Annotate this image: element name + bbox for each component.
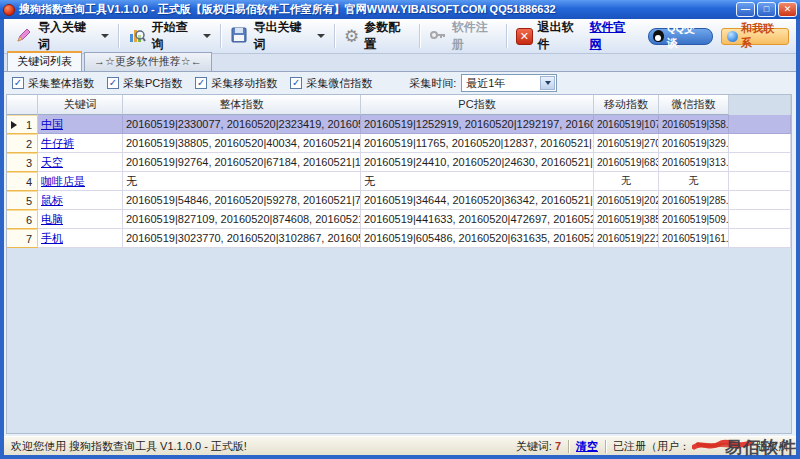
watermark-text: 易佰软件	[725, 436, 797, 459]
exit-software-button[interactable]: ✕ 退出软件	[510, 17, 589, 55]
tab-more-software[interactable]: →☆更多软件推荐☆←	[84, 52, 212, 71]
import-keywords-button[interactable]: 导入关键词	[9, 17, 115, 55]
keyword-count: 关键词: 7	[516, 439, 561, 454]
contact-me-button[interactable]: 和我联系	[721, 28, 789, 45]
column-header-filler	[729, 95, 791, 115]
cell-wechat-index[interactable]: 20160519|161...	[659, 229, 729, 248]
cell-keyword[interactable]: 中国	[38, 115, 123, 134]
table-row[interactable]: 5 鼠标 20160519|54846, 20160520|59278, 201…	[7, 191, 791, 210]
keyword-table: 关键词 整体指数 PC指数 移动指数 微信指数 1 中国 20160519|23…	[6, 94, 792, 434]
clear-keywords-link[interactable]: 清空	[576, 439, 598, 454]
qq-chat-button[interactable]: QQ交谈	[648, 28, 713, 45]
toolbar-separator	[419, 24, 420, 48]
cell-overall-index[interactable]: 20160519|827109, 20160520|874608, 201605…	[123, 210, 361, 229]
checkbox-checked-icon: ✓	[107, 77, 119, 89]
cell-keyword[interactable]: 鼠标	[38, 191, 123, 210]
table-row[interactable]: 2 牛仔裤 20160519|38805, 20160520|40034, 20…	[7, 134, 791, 153]
cell-wechat-index[interactable]: 无	[659, 172, 729, 191]
cell-filler	[729, 115, 791, 134]
cell-mobile-index[interactable]: 20160519|202...	[594, 191, 659, 210]
toolbar: 导入关键词 开始查询 导出关键词 ⚙ 参数配置	[4, 19, 796, 54]
row-select-arrow-icon	[11, 121, 17, 129]
checkbox-mobile-index[interactable]: ✓ 采集移动指数	[195, 76, 277, 91]
minimize-button[interactable]: —	[736, 2, 755, 17]
checkbox-overall-index[interactable]: ✓ 采集整体指数	[12, 76, 94, 91]
table-row[interactable]: 7 手机 20160519|3023770, 20160520|3102867,…	[7, 229, 791, 248]
cell-wechat-index[interactable]: 20160519|509...	[659, 210, 729, 229]
cell-keyword[interactable]: 手机	[38, 229, 123, 248]
chart-magnifier-icon	[128, 26, 146, 47]
cell-overall-index[interactable]: 20160519|92764, 20160520|67184, 20160521…	[123, 153, 361, 172]
cell-pc-index[interactable]: 无	[361, 172, 594, 191]
cell-wechat-index[interactable]: 20160519|285...	[659, 191, 729, 210]
cell-pc-index[interactable]: 20160519|24410, 20160520|24630, 20160521…	[361, 153, 594, 172]
status-bar: 欢迎您使用 搜狗指数查询工具 V1.1.0.0 - 正式版! 关键词: 7 清空…	[4, 436, 796, 455]
table-row[interactable]: 1 中国 20160519|2330077, 20160520|2323419,…	[7, 115, 791, 134]
start-query-button[interactable]: 开始查询	[122, 17, 217, 55]
column-header-pc[interactable]: PC指数	[361, 95, 594, 115]
cell-wechat-index[interactable]: 20160519|358...	[659, 115, 729, 134]
row-selector-header[interactable]	[7, 95, 38, 115]
cell-overall-index[interactable]: 20160519|54846, 20160520|59278, 20160521…	[123, 191, 361, 210]
cell-pc-index[interactable]: 20160519|1252919, 20160520|1292197, 2016…	[361, 115, 594, 134]
cell-wechat-index[interactable]: 20160519|329...	[659, 134, 729, 153]
cell-pc-index[interactable]: 20160519|605486, 20160520|631635, 201605…	[361, 229, 594, 248]
checkbox-pc-index[interactable]: ✓ 采集PC指数	[107, 76, 182, 91]
tab-keyword-list[interactable]: 关键词列表	[7, 51, 82, 71]
column-header-mobile[interactable]: 移动指数	[594, 95, 659, 115]
column-header-wechat[interactable]: 微信指数	[659, 95, 729, 115]
cell-overall-index[interactable]: 20160519|2330077, 20160520|2323419, 2016…	[123, 115, 361, 134]
app-icon	[3, 4, 15, 16]
cell-pc-index[interactable]: 20160519|11765, 20160520|12837, 20160521…	[361, 134, 594, 153]
cell-wechat-index[interactable]: 20160519|313...	[659, 153, 729, 172]
row-header[interactable]: 1	[7, 115, 38, 134]
column-header-keyword[interactable]: 关键词	[38, 95, 123, 115]
cell-overall-index[interactable]: 20160519|38805, 20160520|40034, 20160521…	[123, 134, 361, 153]
cell-filler	[729, 153, 791, 172]
cell-mobile-index[interactable]: 20160519|270...	[594, 134, 659, 153]
chevron-down-icon	[203, 34, 211, 38]
row-header[interactable]: 3	[7, 153, 38, 172]
exit-icon: ✕	[516, 28, 532, 45]
table-row[interactable]: 3 天空 20160519|92764, 20160520|67184, 201…	[7, 153, 791, 172]
content-panel: ✓ 采集整体指数 ✓ 采集PC指数 ✓ 采集移动指数 ✓ 采集微信指数 采集时间…	[4, 72, 796, 436]
cell-mobile-index[interactable]: 20160519|385...	[594, 210, 659, 229]
time-range-select[interactable]: 最近1年	[461, 74, 557, 92]
cell-pc-index[interactable]: 20160519|441633, 20160520|472697, 201605…	[361, 210, 594, 229]
combo-arrow-icon	[545, 81, 551, 85]
cell-mobile-index[interactable]: 20160519|683...	[594, 153, 659, 172]
cell-pc-index[interactable]: 20160519|34644, 20160520|36342, 20160521…	[361, 191, 594, 210]
export-keywords-button[interactable]: 导出关键词	[224, 17, 330, 55]
window-title: 搜狗指数查询工具V1.1.0.0 - 正式版【版权归易佰软件工作室所有】官网WW…	[19, 2, 556, 17]
checkbox-checked-icon: ✓	[195, 77, 207, 89]
cell-overall-index[interactable]: 无	[123, 172, 361, 191]
cell-mobile-index[interactable]: 20160519|221...	[594, 229, 659, 248]
cell-keyword[interactable]: 咖啡店是	[38, 172, 123, 191]
pencil-icon	[15, 26, 33, 47]
cell-keyword[interactable]: 牛仔裤	[38, 134, 123, 153]
row-header[interactable]: 5	[7, 191, 38, 210]
cell-overall-index[interactable]: 20160519|3023770, 20160520|3102867, 2016…	[123, 229, 361, 248]
parameter-config-button[interactable]: ⚙ 参数配置	[338, 17, 416, 55]
row-header[interactable]: 2	[7, 134, 38, 153]
software-register-button[interactable]: 软件注册	[423, 17, 503, 55]
cell-mobile-index[interactable]: 无	[594, 172, 659, 191]
row-header[interactable]: 6	[7, 210, 38, 229]
combo-dropdown-button[interactable]	[540, 76, 555, 90]
row-header[interactable]: 7	[7, 229, 38, 248]
toolbar-separator	[506, 24, 507, 48]
cell-filler	[729, 229, 791, 248]
floppy-disk-icon	[230, 26, 248, 47]
official-website-link[interactable]: 软件官网	[590, 19, 636, 53]
cell-keyword[interactable]: 天空	[38, 153, 123, 172]
maximize-button[interactable]: □	[757, 2, 776, 17]
column-header-overall[interactable]: 整体指数	[123, 95, 361, 115]
cell-keyword[interactable]: 电脑	[38, 210, 123, 229]
close-button[interactable]: ✕	[778, 2, 797, 17]
table-row[interactable]: 6 电脑 20160519|827109, 20160520|874608, 2…	[7, 210, 791, 229]
cell-mobile-index[interactable]: 20160519|107...	[594, 115, 659, 134]
table-row[interactable]: 4 咖啡店是 无 无 无 无	[7, 172, 791, 191]
row-header[interactable]: 4	[7, 172, 38, 191]
checkbox-wechat-index[interactable]: ✓ 采集微信指数	[290, 76, 372, 91]
window-controls: — □ ✕	[736, 2, 797, 17]
